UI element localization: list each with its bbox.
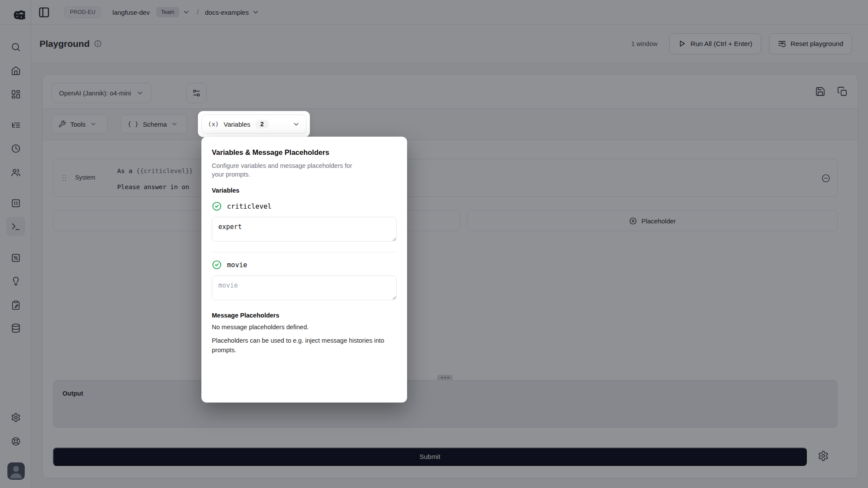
variables-popover: Variables & Message Placeholders Configu…	[201, 137, 407, 403]
app-root: PROD-EU langfuse-dev Team / docs-example…	[0, 0, 868, 488]
placeholders-help-text: Placeholders can be used to e.g. inject …	[212, 336, 386, 355]
variables-label: Variables	[224, 121, 250, 128]
popover-description: Configure variables and message placehol…	[212, 161, 365, 179]
variable-block: criticlevel expert	[212, 201, 397, 243]
chevron-down-icon	[293, 121, 300, 128]
variables-button-anchor: (x) Variables 2	[198, 111, 310, 137]
divider	[212, 252, 397, 252]
dim-overlay[interactable]	[0, 0, 868, 488]
variable-value-input[interactable]	[212, 275, 397, 300]
variables-count-badge: 2	[255, 120, 269, 128]
variable-block: movie	[212, 260, 397, 301]
variables-heading: Variables	[212, 187, 397, 194]
check-circle-icon	[212, 260, 222, 270]
variables-icon: (x)	[208, 121, 219, 128]
variable-name: movie	[227, 261, 247, 269]
check-circle-icon	[212, 201, 222, 211]
variables-dropdown-button[interactable]: (x) Variables 2	[201, 115, 306, 134]
placeholders-empty-text: No message placeholders defined.	[212, 324, 397, 331]
variable-name: criticlevel	[227, 203, 272, 210]
popover-title: Variables & Message Placeholders	[212, 148, 397, 157]
variable-value-input[interactable]: expert	[212, 217, 397, 242]
placeholders-heading: Message Placeholders	[212, 312, 397, 319]
